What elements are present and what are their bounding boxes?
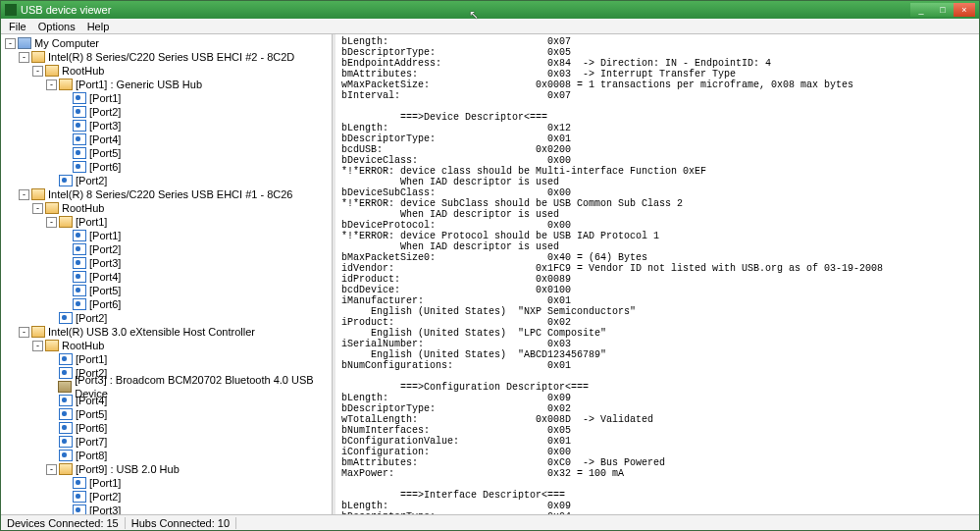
- collapse-icon[interactable]: -: [32, 66, 43, 77]
- port-icon: [59, 312, 73, 324]
- port-icon: [73, 133, 86, 145]
- tree-node-port[interactable]: [Port2]: [1, 242, 332, 256]
- window-title: USB device viewer: [21, 4, 910, 16]
- tree-spacer: [46, 313, 57, 324]
- tree-node-port[interactable]: [Port1]: [1, 352, 332, 366]
- tree-node-port[interactable]: [Port2]: [1, 490, 332, 504]
- descriptor-text: bLength: 0x07 bDescriptorType: 0x05 bEnd…: [341, 36, 973, 514]
- tree-node-port[interactable]: [Port4]: [1, 133, 332, 146]
- roothub-icon: [45, 202, 59, 214]
- tree-node-port[interactable]: [Port7]: [1, 435, 332, 449]
- tree-node-port[interactable]: [Port4]: [1, 270, 332, 284]
- tree-node-label: Intel(R) USB 3.0 eXtensible Host Control…: [48, 325, 255, 339]
- tree-node-port[interactable]: [Port1]: [1, 476, 332, 490]
- tree-node-generic-hub[interactable]: -[Port1]: [1, 215, 332, 229]
- tree-spacer: [46, 368, 57, 379]
- close-button[interactable]: ×: [954, 3, 975, 17]
- tree-node-port[interactable]: [Port3]: [1, 256, 332, 270]
- tree-node-label: [Port2]: [89, 105, 121, 119]
- tree-node-port[interactable]: [Port5]: [1, 284, 332, 297]
- port-icon: [73, 271, 86, 283]
- controller-icon: [31, 188, 45, 200]
- device-icon: [58, 381, 72, 393]
- tree-node-label: [Port6]: [89, 297, 121, 311]
- tree-node-port[interactable]: [Port6]: [1, 421, 332, 435]
- menu-options[interactable]: Options: [32, 21, 81, 32]
- tree-node-label: [Port5]: [89, 146, 121, 160]
- descriptor-pane[interactable]: bLength: 0x07 bDescriptorType: 0x05 bEnd…: [335, 34, 979, 514]
- tree-node-label: [Port3]: [89, 119, 121, 133]
- tree-spacer: [60, 148, 71, 159]
- port-icon: [59, 408, 73, 420]
- tree-node-port[interactable]: [Port3]: [1, 504, 332, 514]
- tree-node-port[interactable]: [Port8]: [1, 449, 332, 462]
- tree-node-roothub[interactable]: -RootHub: [1, 201, 332, 215]
- tree-node-generic-hub[interactable]: -[Port1] : Generic USB Hub: [1, 78, 332, 91]
- maximize-button[interactable]: □: [932, 3, 954, 17]
- tree-node-label: [Port2]: [89, 490, 121, 504]
- collapse-icon[interactable]: -: [32, 203, 43, 214]
- tree-node-label: [Port2]: [76, 311, 107, 325]
- tree-node-port[interactable]: [Port6]: [1, 160, 332, 174]
- tree-node-label: [Port3] : Broadcom BCM20702 Bluetooth 4.…: [75, 373, 332, 400]
- computer-icon: [18, 37, 31, 49]
- tree-node-bt-device[interactable]: [Port3] : Broadcom BCM20702 Bluetooth 4.…: [1, 380, 332, 394]
- tree-spacer: [60, 505, 71, 515]
- app-icon: [5, 4, 17, 16]
- tree-node-port[interactable]: [Port1]: [1, 229, 332, 242]
- collapse-icon[interactable]: -: [46, 80, 57, 90]
- tree-node-xhci[interactable]: -Intel(R) USB 3.0 eXtensible Host Contro…: [1, 325, 332, 339]
- port-icon: [73, 106, 86, 118]
- collapse-icon[interactable]: -: [5, 38, 16, 49]
- tree-node-port[interactable]: [Port2]: [1, 174, 332, 187]
- tree-node-roothub[interactable]: -RootHub: [1, 339, 332, 352]
- tree-spacer: [60, 244, 71, 255]
- collapse-icon[interactable]: -: [32, 341, 43, 351]
- title-bar[interactable]: USB device viewer _ □ ×: [1, 1, 979, 19]
- tree-node-roothub[interactable]: -RootHub: [1, 64, 332, 78]
- collapse-icon[interactable]: -: [46, 464, 57, 475]
- collapse-icon[interactable]: -: [19, 52, 29, 63]
- tree-node-port[interactable]: [Port5]: [1, 407, 332, 421]
- collapse-icon[interactable]: -: [19, 327, 29, 338]
- roothub-icon: [45, 65, 59, 77]
- collapse-icon[interactable]: -: [46, 217, 57, 228]
- menu-file[interactable]: File: [3, 21, 32, 32]
- tree-node-port[interactable]: [Port6]: [1, 297, 332, 311]
- tree-node-label: [Port4]: [76, 394, 107, 407]
- port-icon: [73, 257, 86, 269]
- tree-node-port[interactable]: [Port2]: [1, 105, 332, 119]
- tree-node-label: [Port6]: [89, 160, 121, 174]
- tree-spacer: [60, 286, 71, 296]
- port-icon: [73, 243, 86, 255]
- controller-icon: [31, 326, 45, 338]
- status-bar: Devices Connected: 15 Hubs Connected: 10: [1, 514, 979, 530]
- tree-spacer: [46, 423, 57, 434]
- tree-node-usb20-hub[interactable]: -[Port9] : USB 2.0 Hub: [1, 462, 332, 476]
- device-tree-pane[interactable]: -My Computer-Intel(R) 8 Series/C220 Seri…: [1, 34, 333, 514]
- port-icon: [59, 367, 73, 379]
- tree-node-label: My Computer: [34, 36, 99, 50]
- tree-spacer: [60, 272, 71, 283]
- tree-node-port[interactable]: [Port5]: [1, 146, 332, 160]
- tree-node-label: [Port4]: [89, 270, 121, 284]
- minimize-button[interactable]: _: [910, 3, 932, 17]
- tree-node-label: Intel(R) 8 Series/C220 Series USB EHCI #…: [48, 187, 292, 201]
- status-devices: Devices Connected: 15: [1, 517, 126, 529]
- menu-help[interactable]: Help: [81, 21, 116, 32]
- tree-node-port[interactable]: [Port3]: [1, 119, 332, 133]
- tree-spacer: [60, 299, 71, 310]
- tree-spacer: [46, 396, 57, 406]
- tree-node-port[interactable]: [Port2]: [1, 311, 332, 325]
- tree-spacer: [60, 121, 71, 132]
- tree-node-label: [Port8]: [76, 449, 107, 462]
- tree-node-label: Intel(R) 8 Series/C220 Series USB EHCI #…: [48, 50, 294, 64]
- tree-node-my-computer[interactable]: -My Computer: [1, 36, 332, 50]
- tree-node-label: [Port1]: [89, 91, 121, 105]
- tree-node-ehci-2[interactable]: -Intel(R) 8 Series/C220 Series USB EHCI …: [1, 50, 332, 64]
- tree-node-ehci-1[interactable]: -Intel(R) 8 Series/C220 Series USB EHCI …: [1, 187, 332, 201]
- collapse-icon[interactable]: -: [19, 189, 29, 200]
- port-icon: [73, 298, 86, 310]
- menu-bar: File Options Help: [1, 19, 979, 34]
- tree-node-port[interactable]: [Port1]: [1, 91, 332, 105]
